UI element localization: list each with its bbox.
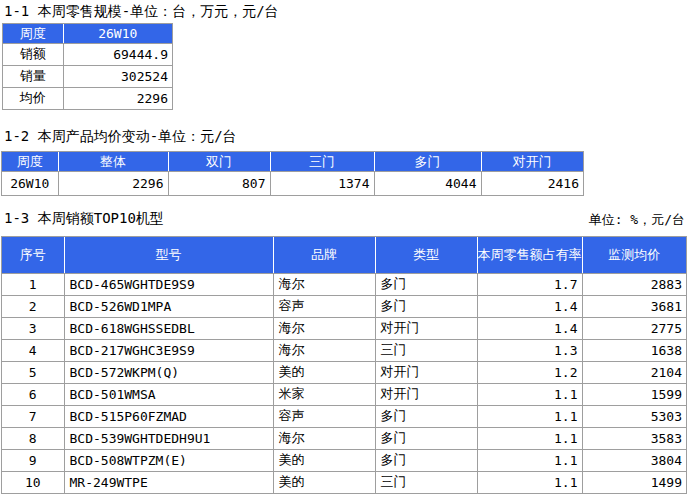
- rank-cell: 2: [2, 295, 64, 317]
- type-cell: 对开门: [375, 361, 477, 383]
- share-cell: 1.2: [477, 361, 582, 383]
- price-cell: 2775: [582, 317, 686, 339]
- overall-price-cell: 2296: [58, 171, 168, 195]
- brand-cell: 海尔: [273, 339, 375, 361]
- model-cell: BCD-465WGHTDE9S9: [64, 273, 273, 295]
- type-cell: 多门: [375, 273, 477, 295]
- side-by-side-price-cell: 2416: [481, 171, 583, 195]
- rank-cell: 5: [2, 361, 64, 383]
- brand-cell: 海尔: [273, 317, 375, 339]
- section3-title: 1-3 本周销额TOP10机型: [4, 210, 164, 228]
- rank-cell: 10: [2, 471, 64, 493]
- model-cell: BCD-515P60FZMAD: [64, 405, 273, 427]
- table-row: 9 BCD-508WTPZM(E) 美的 多门 1.1 3804: [2, 449, 686, 471]
- header-week: 周度: [2, 152, 58, 171]
- top10-models-table: 序号 型号 品牌 类型 本周零售额占有率 监测均价 1 BCD-465WGHTD…: [1, 236, 687, 494]
- type-cell: 三门: [375, 339, 477, 361]
- table-row: 10 MR-249WTPE 美的 三门 1.1 1499: [2, 471, 686, 493]
- header-model: 型号: [64, 237, 273, 273]
- metric-value: 302524: [63, 65, 172, 87]
- header-multi-door: 多门: [374, 152, 481, 171]
- price-cell: 1499: [582, 471, 686, 493]
- price-cell: 3681: [582, 295, 686, 317]
- header-monitored-price: 监测均价: [582, 237, 686, 273]
- share-cell: 1.1: [477, 471, 582, 493]
- rank-cell: 9: [2, 449, 64, 471]
- table-row: 8 BCD-539WGHTDEDH9U1 海尔 多门 1.1 3583: [2, 427, 686, 449]
- brand-cell: 海尔: [273, 273, 375, 295]
- rank-cell: 1: [2, 273, 64, 295]
- share-cell: 1.4: [477, 295, 582, 317]
- rank-cell: 6: [2, 383, 64, 405]
- three-door-price-cell: 1374: [270, 171, 374, 195]
- table-row: 1 BCD-465WGHTDE9S9 海尔 多门 1.7 2883: [2, 273, 686, 295]
- metric-label: 均价: [3, 87, 63, 109]
- type-cell: 多门: [375, 295, 477, 317]
- type-cell: 多门: [375, 405, 477, 427]
- rank-cell: 3: [2, 317, 64, 339]
- rank-cell: 7: [2, 405, 64, 427]
- model-cell: MR-249WTPE: [64, 471, 273, 493]
- rank-cell: 8: [2, 427, 64, 449]
- table-header-row: 周度 整体 双门 三门 多门 对开门: [2, 152, 583, 171]
- header-two-door: 双门: [168, 152, 270, 171]
- brand-cell: 美的: [273, 449, 375, 471]
- metric-label: 销量: [3, 65, 63, 87]
- brand-cell: 美的: [273, 471, 375, 493]
- header-side-by-side: 对开门: [481, 152, 583, 171]
- share-cell: 1.7: [477, 273, 582, 295]
- share-cell: 1.1: [477, 427, 582, 449]
- header-rank: 序号: [2, 237, 64, 273]
- table-header-row: 序号 型号 品牌 类型 本周零售额占有率 监测均价: [2, 237, 686, 273]
- weekly-sales-report: { "colors": { "header_blue": "#3366e8", …: [0, 0, 689, 500]
- model-cell: BCD-618WGHSSEDBL: [64, 317, 273, 339]
- table-row: 销额 69444.9: [3, 43, 172, 65]
- header-type: 类型: [375, 237, 477, 273]
- table-row: 2 BCD-526WD1MPA 容声 多门 1.4 3681: [2, 295, 686, 317]
- table-row: 均价 2296: [3, 87, 172, 109]
- price-cell: 3583: [582, 427, 686, 449]
- table-row: 4 BCD-217WGHC3E9S9 海尔 三门 1.3 1638: [2, 339, 686, 361]
- type-cell: 多门: [375, 427, 477, 449]
- table-row: 7 BCD-515P60FZMAD 容声 多门 1.1 5303: [2, 405, 686, 427]
- brand-cell: 容声: [273, 295, 375, 317]
- table-row: 6 BCD-501WMSA 米家 对开门 1.1 1599: [2, 383, 686, 405]
- model-cell: BCD-508WTPZM(E): [64, 449, 273, 471]
- metric-value: 2296: [63, 87, 172, 109]
- price-cell: 1599: [582, 383, 686, 405]
- share-cell: 1.1: [477, 405, 582, 427]
- weekly-scale-table: 周度 26W10 销额 69444.9 销量 302524 均价 2296: [2, 23, 173, 110]
- price-cell: 2104: [582, 361, 686, 383]
- multi-door-price-cell: 4044: [374, 171, 481, 195]
- brand-cell: 容声: [273, 405, 375, 427]
- brand-cell: 米家: [273, 383, 375, 405]
- type-cell: 对开门: [375, 383, 477, 405]
- table-row: 3 BCD-618WGHSSEDBL 海尔 对开门 1.4 2775: [2, 317, 686, 339]
- model-cell: BCD-526WD1MPA: [64, 295, 273, 317]
- price-cell: 2883: [582, 273, 686, 295]
- week-cell: 26W10: [2, 171, 58, 195]
- table-header-row: 周度 26W10: [3, 24, 172, 43]
- type-cell: 对开门: [375, 317, 477, 339]
- table-row: 5 BCD-572WKPM(Q) 美的 对开门 1.2 2104: [2, 361, 686, 383]
- type-cell: 三门: [375, 471, 477, 493]
- two-door-price-cell: 807: [168, 171, 270, 195]
- header-overall: 整体: [58, 152, 168, 171]
- model-cell: BCD-217WGHC3E9S9: [64, 339, 273, 361]
- model-cell: BCD-539WGHTDEDH9U1: [64, 427, 273, 449]
- price-cell: 1638: [582, 339, 686, 361]
- header-brand: 品牌: [273, 237, 375, 273]
- share-cell: 1.3: [477, 339, 582, 361]
- section2-title: 1-2 本周产品均价变动-单位：元/台: [4, 128, 237, 146]
- price-cell: 3804: [582, 449, 686, 471]
- price-cell: 5303: [582, 405, 686, 427]
- table-row: 销量 302524: [3, 65, 172, 87]
- header-three-door: 三门: [270, 152, 374, 171]
- brand-cell: 海尔: [273, 427, 375, 449]
- brand-cell: 美的: [273, 361, 375, 383]
- metric-label: 销额: [3, 43, 63, 65]
- header-retail-share: 本周零售额占有率: [477, 237, 582, 273]
- table-row: 26W10 2296 807 1374 4044 2416: [2, 171, 583, 195]
- share-cell: 1.1: [477, 449, 582, 471]
- section3-unit-label: 单位: %，元/台: [589, 211, 685, 229]
